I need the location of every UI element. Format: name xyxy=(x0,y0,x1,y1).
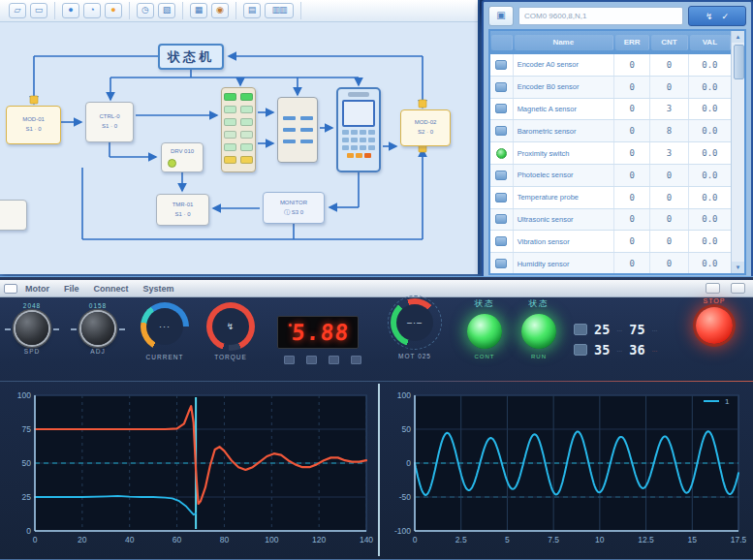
minimize-button[interactable] xyxy=(706,283,720,294)
svg-text:100: 100 xyxy=(265,535,278,544)
led-panel-node[interactable] xyxy=(221,87,256,172)
table-row[interactable]: Humidity sensor000.0 xyxy=(490,253,732,275)
readout-row-2: 35 … 36 … xyxy=(574,339,658,359)
tag-icon[interactable]: ▥▥ xyxy=(265,3,294,18)
highlight-tool-icon[interactable]: ● xyxy=(105,3,122,18)
device-name: Encoder B0 sensor xyxy=(514,77,614,98)
connect-button[interactable]: ↯ ✓ xyxy=(688,6,746,26)
node-label: MOD-01 xyxy=(22,115,45,125)
emergency-stop-button[interactable] xyxy=(696,307,733,344)
table-row[interactable]: Vibration sensor000.0 xyxy=(490,231,732,253)
column-header[interactable]: CNT xyxy=(651,35,687,50)
frame-tool-icon[interactable]: ▭ xyxy=(30,3,47,18)
waveform-chart: -100-5005010002.557.51012.51517.51 xyxy=(386,388,746,552)
menu-connect[interactable]: Connect xyxy=(94,284,129,294)
device-value: 0.0 xyxy=(689,99,732,120)
list-box-node[interactable] xyxy=(277,97,318,163)
svg-text:25: 25 xyxy=(22,492,32,502)
motor-gauge-ring: –·– xyxy=(388,296,442,350)
column-header[interactable]: Name xyxy=(515,35,613,50)
driver-node[interactable]: DRV 010 xyxy=(161,142,204,172)
scrollbar[interactable]: ▲ ▼ xyxy=(731,31,744,273)
svg-text:17.5: 17.5 xyxy=(731,535,746,544)
record-icon[interactable]: ◉ xyxy=(211,3,229,18)
menu-motor[interactable]: Motor xyxy=(25,284,49,294)
history-icon[interactable]: ◷ xyxy=(137,3,154,18)
state-machine-node[interactable]: 状态机 xyxy=(158,44,224,70)
table-row[interactable]: Barometric sensor080.0 xyxy=(490,120,732,142)
table-row[interactable]: Encoder A0 sensor000.0 xyxy=(490,54,732,77)
chart-svg: -100-5005010002.557.51012.51517.51 xyxy=(386,388,746,552)
app-icon[interactable]: ▣ xyxy=(488,6,514,26)
menu-system[interactable]: System xyxy=(143,284,174,294)
node-label: TMR-01 xyxy=(173,201,194,210)
grid-icon[interactable]: ▦ xyxy=(190,3,207,18)
flowchart-canvas[interactable]: 状态机MOD-01S1 · 0CTRL-0S1 · 0DRV 010MOD-02… xyxy=(0,22,478,274)
device-value: 0 xyxy=(650,253,688,274)
device-value: 0.0 xyxy=(689,253,732,274)
flowchart-toolbar: ▱▭●◔●◷▧▦◉▤▥▥ xyxy=(0,0,478,22)
ctrl-node[interactable]: CTRL-0S1 · 0 xyxy=(85,102,134,142)
readout2-checkbox[interactable] xyxy=(574,344,587,356)
node-label: 状态机 xyxy=(168,50,214,63)
svg-text:100: 100 xyxy=(17,390,31,400)
table-row[interactable]: Encoder B0 sensor000.0 xyxy=(490,77,732,99)
module-left-node[interactable]: MOD-01S1 · 0 xyxy=(6,106,61,144)
column-header[interactable]: VAL xyxy=(690,35,731,50)
readout-unit: … xyxy=(652,327,658,332)
device-value: 0 xyxy=(614,99,650,120)
display-button-3[interactable] xyxy=(329,356,339,364)
column-header[interactable] xyxy=(491,35,513,50)
toolbar-group: ▱▭ xyxy=(2,2,55,19)
svg-text:20: 20 xyxy=(78,535,87,544)
led2-label: RUN xyxy=(512,354,566,359)
readout1-checkbox[interactable] xyxy=(574,324,587,335)
curve-tool-icon[interactable]: ◔ xyxy=(83,3,101,18)
readout-unit: … xyxy=(616,347,622,353)
keypad-node[interactable] xyxy=(336,87,381,172)
adjust-knob[interactable] xyxy=(81,312,114,345)
timer-node[interactable]: TMR-01S1 · 0 xyxy=(156,194,209,226)
node-label: DRV 010 xyxy=(171,147,194,157)
device-value: 3 xyxy=(650,142,688,164)
svg-text:0: 0 xyxy=(26,526,31,536)
scroll-down-icon[interactable]: ▼ xyxy=(732,262,744,273)
node-tool-icon[interactable]: ● xyxy=(62,3,79,18)
device-value: 0 xyxy=(614,231,650,252)
image-icon[interactable]: ▧ xyxy=(158,3,175,18)
menu-file[interactable]: File xyxy=(64,284,79,294)
scroll-thumb[interactable] xyxy=(734,45,744,79)
window-icon xyxy=(4,284,17,294)
table-row[interactable]: Temperature probe000.0 xyxy=(490,187,732,209)
svg-text:5: 5 xyxy=(505,535,510,544)
edge-box-node[interactable] xyxy=(0,200,27,231)
readout-row-1: 25 … 75 … xyxy=(574,319,658,339)
port-input[interactable] xyxy=(518,7,683,25)
display-button-1[interactable] xyxy=(284,356,295,364)
svg-text:7.5: 7.5 xyxy=(548,535,559,544)
control-strip: 2048 SPD 0158 ADJ ··· CURRENT ↯ TORQUE xyxy=(0,296,753,382)
display-button-4[interactable] xyxy=(351,356,361,364)
svg-text:40: 40 xyxy=(125,535,135,544)
display-value: 5.88 xyxy=(290,320,350,345)
table-row[interactable]: Photoelec sensor000.0 xyxy=(490,165,732,187)
maximize-button[interactable] xyxy=(731,283,745,294)
table-row[interactable]: Proximity switch030.0 xyxy=(490,142,732,165)
module-right-node[interactable]: MOD-02S2 · 0 xyxy=(400,109,451,146)
speed-knob[interactable] xyxy=(16,312,48,345)
device-name: Barometric sensor xyxy=(514,120,614,141)
monitor-node[interactable]: MONITORⓘ S3 0 xyxy=(263,192,325,224)
readout-value: 35 xyxy=(594,342,610,358)
table-row[interactable]: Magnetic A sensor030.0 xyxy=(490,99,732,121)
device-value: 0 xyxy=(614,77,650,98)
device-value: 0.0 xyxy=(689,77,732,98)
new-file-icon[interactable]: ▱ xyxy=(9,3,26,18)
display-button-2[interactable] xyxy=(306,356,317,364)
device-value: 0 xyxy=(650,165,688,186)
scroll-up-icon[interactable]: ▲ xyxy=(732,31,744,43)
node-label: MOD-02 xyxy=(415,118,437,128)
column-header[interactable]: ERR xyxy=(615,35,649,50)
table-row[interactable]: Ultrasonic sensor000.0 xyxy=(490,209,732,232)
led1-title: 状态 xyxy=(457,298,512,310)
document-icon[interactable]: ▤ xyxy=(243,3,261,18)
